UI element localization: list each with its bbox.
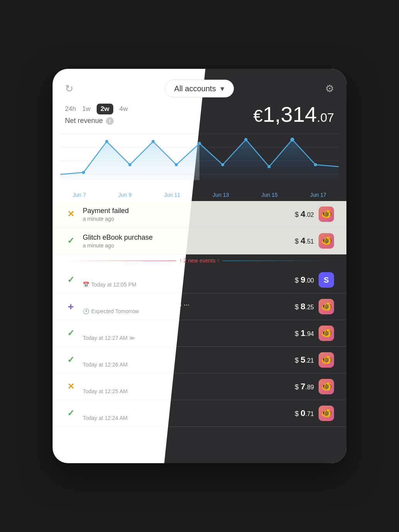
- tx-amount: $ 1.94: [295, 328, 314, 338]
- tx-amount: $ 7.89: [295, 382, 314, 392]
- tx-subtitle: Today at 12:25 AM: [83, 388, 295, 394]
- success-icon: ✓: [65, 236, 77, 246]
- avatar: 🐠: [319, 352, 334, 368]
- tx-title: Glitch eBook purchase: [83, 406, 295, 414]
- tx-info: Glitch eBook purchase Today at 12:25 AM: [83, 379, 295, 394]
- svg-point-13: [290, 138, 294, 142]
- svg-point-6: [128, 163, 131, 166]
- table-row[interactable]: ✓ Developer Plan 📅 Today at 12:05 PM $ 9…: [53, 267, 346, 293]
- net-revenue-label: Net revenue i: [65, 117, 128, 125]
- tx-title: Glitch eBook purchase: [83, 353, 295, 361]
- chart-labels: Jun 7 Jun 9 Jun 11 Jun 13 Jun 15 Jun 17: [53, 192, 346, 198]
- chart-fill-dark: [200, 140, 339, 180]
- success-icon: ✓: [65, 328, 77, 338]
- tx-title: Glitch eBook purchase: [83, 379, 295, 387]
- table-row[interactable]: ✓ Glitch eBook purchase Today at 12:24 A…: [53, 400, 346, 427]
- success-icon: ✓: [65, 275, 77, 285]
- svg-point-7: [152, 140, 155, 143]
- accounts-dropdown[interactable]: All accounts ▾: [165, 80, 234, 97]
- revenue-integer: 1,314: [263, 102, 317, 126]
- avatar: 🐠: [319, 379, 334, 394]
- chart-label-3: Jun 13: [213, 192, 229, 198]
- avatar: 🐠: [319, 233, 334, 249]
- tx-info: Payment failed a minute ago: [83, 207, 295, 222]
- svg-point-12: [268, 165, 271, 168]
- time-24h[interactable]: 24h: [65, 105, 76, 113]
- tx-amount: $ 0.71: [295, 408, 314, 418]
- clock-icon: 🕐: [83, 308, 89, 314]
- avatar: S: [319, 272, 334, 288]
- chart-line-right: [200, 140, 339, 167]
- table-row[interactable]: ✕ Glitch eBook purchase Today at 12:25 A…: [53, 373, 346, 400]
- success-icon: ✓: [65, 408, 77, 418]
- tx-info: Glitch eBook purchase Today at 12:24 AM: [83, 406, 295, 421]
- table-row[interactable]: ✓ Glitch eBook purchase Today at 12:26 A…: [53, 347, 346, 373]
- phone-container: ↻ All accounts ▾ ⚙ 24h 1w 2w 4w Net reve…: [53, 69, 346, 463]
- transactions-list: ✕ Payment failed a minute ago $ 4.02 🐠 ✓…: [53, 201, 346, 427]
- success-icon: ✓: [65, 355, 77, 365]
- chart-label-0: Jun 7: [73, 192, 86, 198]
- tx-title: Payment failed: [83, 207, 295, 215]
- time-2w[interactable]: 2w: [97, 104, 113, 114]
- chart-area: [53, 130, 346, 192]
- tx-title: Payout on BANK OF AMERICA, ...: [83, 299, 295, 307]
- tx-subtitle: Today at 12:27 AM ≫: [83, 335, 295, 341]
- tx-amount: $ 8.25: [295, 302, 314, 312]
- chart-label-1: Jun 9: [118, 192, 131, 198]
- time-4w[interactable]: 4w: [119, 105, 128, 113]
- tx-subtitle: a minute ago: [83, 216, 295, 222]
- revenue-cents: .07: [317, 111, 334, 124]
- time-1w[interactable]: 1w: [82, 105, 90, 113]
- tx-info: Glitch eBook purchase a minute ago: [83, 234, 295, 249]
- svg-point-11: [244, 138, 247, 141]
- tx-subtitle: a minute ago: [83, 242, 295, 249]
- tx-amount: $ 4.02: [295, 209, 314, 219]
- info-icon[interactable]: i: [106, 117, 114, 125]
- time-ranges: 24h 1w 2w 4w: [65, 104, 128, 114]
- stats-row: 24h 1w 2w 4w Net revenue i €1,314.07: [53, 104, 346, 130]
- svg-point-8: [175, 163, 178, 166]
- tx-amount: $ 4.51: [295, 236, 314, 246]
- revenue-amount: €1,314.07: [253, 104, 334, 125]
- tx-subtitle: Today at 12:24 AM: [83, 415, 295, 421]
- new-events-line-right: [223, 261, 334, 261]
- tx-title: Developer Plan: [83, 273, 295, 281]
- new-events-line-left: [65, 261, 176, 261]
- fail-icon: ✕: [65, 382, 77, 392]
- table-row[interactable]: ✓ Glitch eBook purchase a minute ago $ 4…: [53, 228, 346, 254]
- fail-icon: ✕: [65, 209, 77, 219]
- tx-title: Glitch eBook purchase: [83, 234, 295, 242]
- chart-label-5: Jun 17: [310, 192, 326, 198]
- tx-subtitle: Today at 12:26 AM: [83, 361, 295, 368]
- tx-title: New payment: [83, 326, 295, 334]
- accounts-label: All accounts: [174, 84, 216, 93]
- chart-label-2: Jun 11: [164, 192, 180, 198]
- avatar: 🐠: [319, 299, 334, 314]
- gear-icon[interactable]: ⚙: [325, 83, 334, 95]
- chart-svg: [60, 130, 339, 184]
- tx-subtitle: 📅 Today at 12:05 PM: [83, 281, 295, 288]
- new-events-banner: ↑ 2 new events ↑: [53, 254, 346, 267]
- avatar: 🐠: [319, 406, 334, 421]
- header: ↻ All accounts ▾ ⚙: [53, 69, 346, 104]
- svg-point-14: [314, 163, 317, 166]
- tx-info: Glitch eBook purchase Today at 12:26 AM: [83, 353, 295, 368]
- tx-info: Payout on BANK OF AMERICA, ... 🕐 Expecte…: [83, 299, 295, 314]
- avatar: 🐠: [319, 326, 334, 341]
- tx-subtitle: 🕐 Expected Tomorrow: [83, 308, 295, 314]
- svg-point-10: [221, 163, 224, 166]
- tx-info: New payment Today at 12:27 AM ≫: [83, 326, 295, 341]
- payout-icon: +: [65, 301, 77, 313]
- table-row[interactable]: ✓ New payment Today at 12:27 AM ≫ $ 1.94…: [53, 320, 346, 347]
- table-row[interactable]: ✕ Payment failed a minute ago $ 4.02 🐠: [53, 201, 346, 228]
- svg-point-4: [82, 171, 85, 174]
- avatar: 🐠: [319, 206, 334, 222]
- calendar-icon: 📅: [83, 281, 89, 288]
- refresh-icon[interactable]: ↻: [65, 83, 73, 95]
- chevron-down-icon: ▾: [220, 84, 224, 93]
- tx-amount: $ 5.21: [295, 355, 314, 365]
- tx-amount: $ 9.00: [295, 275, 314, 285]
- net-revenue-text: Net revenue: [65, 117, 103, 125]
- chart-label-4: Jun 15: [261, 192, 278, 198]
- table-row[interactable]: + Payout on BANK OF AMERICA, ... 🕐 Expec…: [53, 293, 346, 320]
